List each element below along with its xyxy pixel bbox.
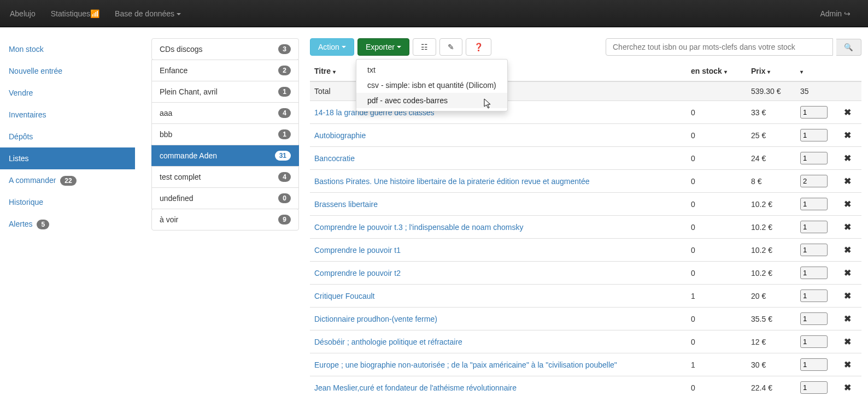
qty-input[interactable] [800, 198, 828, 210]
table-row: Bastions Pirates. Une histoire libertair… [310, 170, 861, 193]
export-button[interactable]: Exporter [357, 38, 409, 56]
search-button[interactable]: 🔍 [836, 39, 861, 56]
pencil-icon: ✎ [448, 43, 454, 51]
delete-icon[interactable]: ✖ [844, 131, 851, 140]
sidebar-item[interactable]: Listes [0, 147, 135, 169]
qty-input[interactable] [800, 289, 828, 302]
table-row: Jean Meslier,curé et fondateur de l'athé… [310, 376, 861, 397]
qty-input[interactable] [800, 152, 828, 164]
list-item[interactable]: test complet4 [151, 166, 299, 188]
nav-admin[interactable]: Admin ↪ [812, 9, 858, 18]
list-item[interactable]: CDs discogs3 [151, 38, 299, 60]
qty-input[interactable] [800, 358, 828, 371]
top-navbar: Abelujo Statistiques📶 Base de données Ad… [0, 0, 868, 27]
sidebar-item[interactable]: Nouvelle entrée [0, 60, 135, 82]
export-pdf[interactable]: pdf - avec codes-barres [356, 93, 507, 108]
badge: 1 [278, 87, 291, 97]
list-item[interactable]: undefined0 [151, 187, 299, 209]
help-button[interactable]: ❓ [466, 38, 491, 56]
qty-input[interactable] [800, 129, 828, 141]
export-csv[interactable]: csv - simple: isbn et quantité (Dilicom) [356, 78, 507, 93]
export-txt[interactable]: txt [356, 62, 507, 78]
sidebar-item[interactable]: Historique [0, 191, 135, 213]
search-input[interactable] [606, 38, 833, 56]
delete-icon[interactable]: ✖ [844, 108, 851, 117]
total-qty: 35 [796, 81, 840, 101]
sidebar-item[interactable]: Vendre [0, 82, 135, 104]
item-title-link[interactable]: Europe ; une biographie non-autorisée ; … [314, 360, 617, 369]
action-label: Action [318, 43, 339, 51]
toolbar: Action Exporter ☷ ✎ ❓ 🔍 txt csv - simple… [310, 38, 861, 56]
delete-icon[interactable]: ✖ [844, 268, 851, 277]
list-item[interactable]: à voir9 [151, 209, 299, 230]
qty-input[interactable] [800, 381, 828, 394]
item-price: 25 € [747, 124, 796, 147]
brand-link[interactable]: Abelujo [10, 9, 43, 18]
col-stock[interactable]: en stock ▾ [687, 61, 747, 81]
item-title-link[interactable]: Autobiographie [314, 131, 366, 140]
list-item-label: CDs discogs [160, 45, 203, 54]
sidebar-item[interactable]: Mon stock [0, 38, 135, 60]
item-title-link[interactable]: Dictionnaire proudhon-(vente ferme) [314, 315, 437, 323]
qty-input[interactable] [800, 267, 828, 279]
list-item[interactable]: Plein Chant, avril1 [151, 81, 299, 103]
item-price: 8 € [747, 170, 796, 193]
delete-icon[interactable]: ✖ [844, 222, 851, 232]
edit-button[interactable]: ✎ [439, 38, 462, 56]
nav-db[interactable]: Base de données [107, 9, 189, 18]
qty-input[interactable] [800, 221, 828, 233]
action-button[interactable]: Action [310, 38, 354, 56]
delete-icon[interactable]: ✖ [844, 383, 851, 392]
stats-icon: 📶 [90, 9, 99, 18]
list-item[interactable]: bbb1 [151, 123, 299, 145]
qty-input[interactable] [800, 312, 828, 325]
item-title-link[interactable]: Bastions Pirates. Une histoire libertair… [314, 177, 590, 186]
list-item-label: Enfance [160, 66, 187, 75]
delete-icon[interactable]: ✖ [844, 245, 851, 255]
item-title-link[interactable]: Désobéir ; anthologie politique et réfra… [314, 338, 462, 346]
list-item[interactable]: aaa4 [151, 102, 299, 124]
question-icon: ❓ [474, 43, 483, 51]
view-list-button[interactable]: ☷ [413, 38, 436, 56]
caret-icon [342, 46, 346, 48]
delete-icon[interactable]: ✖ [844, 291, 851, 300]
item-title-link[interactable]: Comprendre le pouvoir t.3 ; l'indispensa… [314, 223, 523, 232]
item-price: 22.4 € [747, 376, 796, 397]
sidebar-item[interactable]: Inventaires [0, 104, 135, 126]
sort-icon: ▾ [767, 69, 770, 75]
item-title-link[interactable]: Jean Meslier,curé et fondateur de l'athé… [314, 383, 517, 392]
list-item-label: à voir [160, 215, 178, 224]
badge: 4 [278, 172, 291, 182]
badge: 9 [278, 215, 291, 224]
col-qty[interactable]: ▾ [796, 61, 840, 81]
item-stock: 0 [687, 193, 747, 216]
sidebar-item[interactable]: Alertes 5 [0, 213, 135, 235]
qty-input[interactable] [800, 175, 828, 187]
item-title-link[interactable]: Comprendre le pouvoir t2 [314, 269, 401, 277]
qty-input[interactable] [800, 335, 828, 348]
list-item[interactable]: Enfance2 [151, 60, 299, 81]
item-title-link[interactable]: Bancocratie [314, 154, 355, 163]
table-row: Brassens libertaire010.2 €✖ [310, 193, 861, 216]
item-title-link[interactable]: Brassens libertaire [314, 200, 378, 209]
list-item[interactable]: commande Aden31 [151, 145, 299, 167]
item-stock: 0 [687, 308, 747, 330]
badge: 1 [278, 129, 291, 139]
qty-input[interactable] [800, 106, 828, 119]
total-price: 539.30 € [747, 81, 796, 101]
item-title-link[interactable]: Comprendre le pouvoir t1 [314, 246, 401, 255]
qty-input[interactable] [800, 244, 828, 256]
delete-icon[interactable]: ✖ [844, 314, 851, 323]
sidebar-item[interactable]: A commander 22 [0, 169, 135, 191]
nav-stats[interactable]: Statistiques📶 [43, 9, 107, 18]
col-price[interactable]: Prix ▾ [747, 61, 796, 81]
delete-icon[interactable]: ✖ [844, 360, 851, 369]
delete-icon[interactable]: ✖ [844, 176, 851, 186]
search-icon: 🔍 [844, 43, 853, 51]
delete-icon[interactable]: ✖ [844, 199, 851, 209]
item-title-link[interactable]: Critiquer Foucault [314, 292, 375, 300]
delete-icon[interactable]: ✖ [844, 153, 851, 163]
delete-icon[interactable]: ✖ [844, 337, 851, 346]
caret-icon [397, 46, 401, 48]
sidebar-item[interactable]: Dépôts [0, 126, 135, 147]
